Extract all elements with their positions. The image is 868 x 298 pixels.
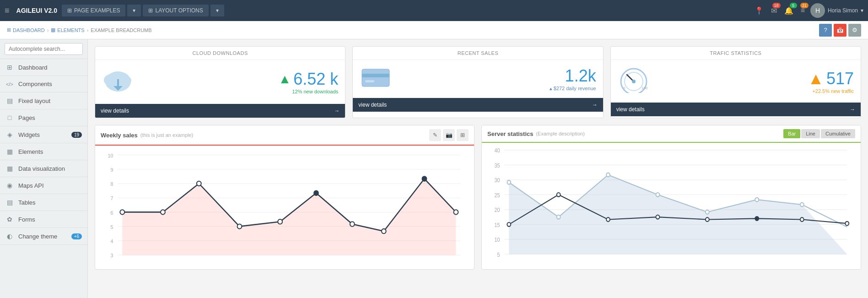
main-content: CLOUD DOWNLOADS ▲ 6.52 k bbox=[88, 39, 868, 298]
page-icon: ⊞ bbox=[67, 7, 72, 14]
messages-badge: 18 bbox=[772, 3, 781, 8]
svg-point-31 bbox=[197, 181, 201, 186]
theme-badge: +6 bbox=[71, 233, 82, 239]
svg-point-10 bbox=[632, 80, 636, 83]
home-icon: ⊞ bbox=[7, 27, 11, 33]
nav-btn-group: ⊞ PAGE EXAMPLES ▾ ⊞ LAYOUT OPTIONS ▾ bbox=[62, 5, 224, 16]
sidebar-label-pages: Pages bbox=[18, 114, 82, 121]
widgets-badge: 19 bbox=[71, 132, 82, 138]
tasks-btn[interactable]: ≡ 21 bbox=[799, 5, 807, 16]
server-stats-header: Server statistics (Example description) … bbox=[482, 125, 861, 143]
svg-text:9: 9 bbox=[111, 167, 113, 173]
server-stats-subtitle: (Example description) bbox=[536, 131, 584, 136]
svg-point-67 bbox=[755, 217, 759, 221]
svg-text:40: 40 bbox=[495, 148, 500, 154]
edit-chart-btn[interactable]: ✎ bbox=[429, 129, 441, 141]
sidebar-item-dashboard[interactable]: ⊞ Dashboard bbox=[0, 59, 87, 76]
svg-point-56 bbox=[557, 215, 561, 219]
svg-text:35: 35 bbox=[495, 163, 500, 168]
sidebar-label-forms: Forms bbox=[18, 216, 82, 223]
svg-point-66 bbox=[706, 217, 709, 222]
cloud-downloads-arrow: → bbox=[334, 108, 340, 114]
recent-sales-footer-label: view details bbox=[358, 102, 387, 108]
sidebar-item-pages[interactable]: □ Pages bbox=[0, 109, 87, 126]
layout-options-btn[interactable]: ⊞ LAYOUT OPTIONS bbox=[143, 5, 208, 16]
sidebar-item-forms[interactable]: ✿ Forms bbox=[0, 211, 87, 228]
messages-btn[interactable]: ✉ 18 bbox=[769, 5, 779, 17]
svg-point-33 bbox=[278, 219, 282, 224]
sidebar-item-maps-api[interactable]: ◉ Maps API bbox=[0, 177, 87, 194]
svg-point-58 bbox=[656, 193, 659, 197]
layout-options-dropdown[interactable]: ▾ bbox=[210, 5, 224, 16]
up-arrow-trafic: ▲ bbox=[808, 69, 824, 88]
theme-icon: ◐ bbox=[5, 233, 14, 240]
calendar-btn[interactable]: 📅 bbox=[834, 24, 846, 37]
sidebar-label-widgets: Widgets bbox=[18, 131, 67, 138]
settings-btn[interactable]: ⚙ bbox=[848, 24, 861, 37]
trafic-number: ▲ 517 bbox=[808, 69, 854, 88]
stat-card-cloud-downloads: CLOUD DOWNLOADS ▲ 6.52 k bbox=[95, 46, 345, 118]
line-tab-btn[interactable]: Line bbox=[801, 129, 820, 138]
breadcrumb-dashboard[interactable]: ⊞ DASHBOARD bbox=[7, 27, 45, 33]
svg-point-69 bbox=[845, 222, 849, 226]
svg-text:15: 15 bbox=[495, 222, 500, 228]
trafic-sub: +22.5% new traffic bbox=[808, 88, 854, 94]
sidebar-label-dashboard: Dashboard bbox=[18, 64, 82, 71]
svg-point-32 bbox=[237, 224, 242, 228]
sidebar-item-tables[interactable]: ▤ Tables bbox=[0, 194, 87, 211]
cumulative-tab-btn[interactable]: Cumulative bbox=[821, 129, 855, 138]
cloud-downloads-footer[interactable]: view details → bbox=[95, 104, 345, 118]
svg-point-65 bbox=[656, 215, 659, 219]
help-btn[interactable]: ? bbox=[819, 24, 832, 37]
weekly-sales-title: Weekly sales bbox=[101, 132, 138, 139]
screenshot-chart-btn[interactable]: 📷 bbox=[443, 129, 455, 141]
recent-sales-footer[interactable]: view details → bbox=[353, 98, 603, 112]
expand-chart-btn[interactable]: ⊞ bbox=[457, 129, 469, 141]
cloud-icon bbox=[102, 65, 134, 98]
svg-text:10: 10 bbox=[108, 152, 113, 158]
location-btn[interactable]: 📍 bbox=[753, 5, 766, 17]
sidebar-item-fixed-layout[interactable]: ▤ Fixed layout bbox=[0, 92, 87, 109]
components-icon: </> bbox=[5, 81, 14, 87]
user-caret: ▾ bbox=[861, 7, 863, 14]
speedometer-icon: 0 100 bbox=[618, 65, 650, 97]
sidebar-item-change-theme[interactable]: ◐ Change theme +6 bbox=[0, 228, 87, 245]
svg-point-35 bbox=[350, 222, 355, 226]
search-box bbox=[0, 39, 87, 59]
user-info[interactable]: H Horia Simon ▾ bbox=[810, 3, 863, 18]
svg-text:3: 3 bbox=[111, 253, 113, 258]
bc-sep-1: › bbox=[47, 27, 49, 33]
svg-text:5: 5 bbox=[497, 252, 500, 258]
search-input[interactable] bbox=[5, 43, 83, 55]
svg-text:25: 25 bbox=[495, 192, 500, 198]
sidebar-item-data-visualization[interactable]: ▦ Data visualization bbox=[0, 160, 87, 177]
cloud-downloads-value: 6.52 k bbox=[293, 70, 338, 89]
trafic-value: 517 bbox=[826, 69, 854, 88]
hamburger-icon[interactable]: ≡ bbox=[5, 6, 10, 16]
fixed-layout-icon: ▤ bbox=[5, 97, 14, 104]
recent-sales-number: 1.2k bbox=[550, 66, 596, 86]
sidebar-item-elements[interactable]: ▦ Elements bbox=[0, 143, 87, 160]
page-examples-btn[interactable]: ⊞ PAGE EXAMPLES bbox=[62, 5, 125, 16]
sidebar-item-components[interactable]: </> Components bbox=[0, 76, 87, 92]
server-stats-panel: Server statistics (Example description) … bbox=[481, 125, 861, 270]
bar-tab-btn[interactable]: Bar bbox=[783, 129, 800, 138]
notifications-btn[interactable]: 🔔 5 bbox=[782, 5, 795, 17]
breadcrumb-elements[interactable]: ▦ ELEMENTS bbox=[51, 27, 84, 33]
svg-rect-7 bbox=[365, 80, 374, 82]
svg-text:100: 100 bbox=[642, 86, 648, 90]
stat-cards: CLOUD DOWNLOADS ▲ 6.52 k bbox=[95, 46, 861, 118]
svg-text:0: 0 bbox=[623, 86, 625, 90]
server-stats-body: 40 35 30 25 20 15 10 5 bbox=[482, 143, 861, 266]
svg-text:5: 5 bbox=[111, 224, 113, 230]
svg-point-68 bbox=[800, 217, 804, 222]
svg-point-38 bbox=[454, 210, 458, 214]
bc-elements-icon: ▦ bbox=[51, 27, 55, 33]
page-examples-dropdown[interactable]: ▾ bbox=[127, 5, 141, 16]
server-stats-actions: Bar Line Cumulative bbox=[783, 129, 855, 138]
sidebar-label-components: Components bbox=[18, 81, 82, 87]
stat-card-trafic: TRAFIC STATISTICS 0 100 ▲ bbox=[610, 46, 861, 118]
trafic-footer[interactable]: view details → bbox=[611, 103, 861, 116]
svg-point-64 bbox=[606, 217, 610, 222]
sidebar-item-widgets[interactable]: ◈ Widgets 19 bbox=[0, 126, 87, 143]
